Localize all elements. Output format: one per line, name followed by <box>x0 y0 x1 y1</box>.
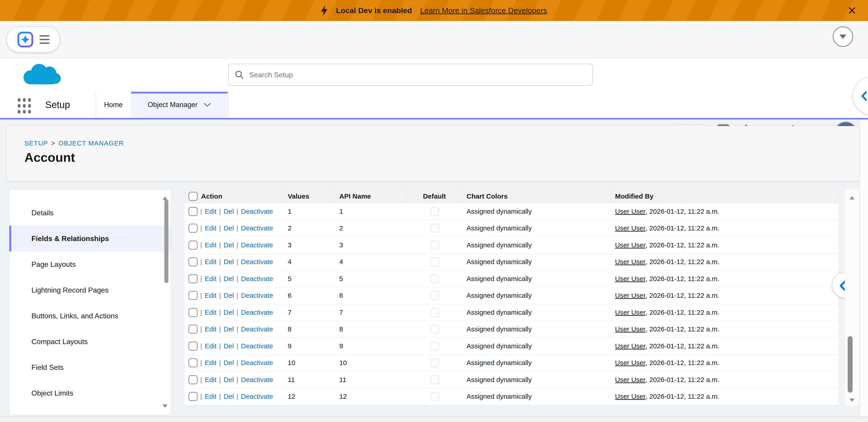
default-checkbox-disabled <box>430 342 439 350</box>
sidebar-item[interactable]: Lightning Record Pages <box>9 277 170 303</box>
modified-by-user-link[interactable]: User User <box>615 258 646 266</box>
scroll-up-icon[interactable] <box>849 196 855 199</box>
modified-by-user-link[interactable]: User User <box>615 292 646 299</box>
value-cell: 12 <box>283 388 335 405</box>
banner-learn-more-link[interactable]: Learn More in Salesforce Developers <box>420 6 547 15</box>
sidebar-item[interactable]: Field Sets <box>9 354 170 380</box>
row-checkbox[interactable] <box>188 240 197 250</box>
del-link[interactable]: Del <box>223 258 234 266</box>
extension-pill-button[interactable] <box>6 26 60 53</box>
sidebar-item[interactable]: Fields & Relationships <box>9 226 170 252</box>
del-link[interactable]: Del <box>223 207 234 215</box>
row-checkbox[interactable] <box>188 358 197 367</box>
edit-link[interactable]: Edit <box>205 207 217 215</box>
tab-object-manager[interactable]: Object Manager <box>131 92 228 118</box>
row-checkbox[interactable] <box>188 325 197 334</box>
del-link[interactable]: Del <box>223 359 234 367</box>
sidebar-item[interactable]: Details <box>9 200 170 226</box>
modified-by-cell: User User, 2026-01-12, 11:22 a.m. <box>611 220 839 237</box>
api-name-cell: 11 <box>335 371 407 388</box>
modified-by-user-link[interactable]: User User <box>615 224 646 232</box>
edit-link[interactable]: Edit <box>205 224 217 232</box>
deactivate-link[interactable]: Deactivate <box>241 325 273 333</box>
del-link[interactable]: Del <box>223 292 234 299</box>
deactivate-link[interactable]: Deactivate <box>241 393 273 400</box>
deactivate-link[interactable]: Deactivate <box>241 292 273 299</box>
modified-by-user-link[interactable]: User User <box>615 393 646 400</box>
edit-link[interactable]: Edit <box>205 292 217 299</box>
row-checkbox[interactable] <box>188 257 197 266</box>
del-link[interactable]: Del <box>223 393 234 400</box>
row-checkbox[interactable] <box>188 392 197 401</box>
deactivate-link[interactable]: Deactivate <box>241 241 273 249</box>
chart-colors-cell: Assigned dynamically <box>462 388 611 405</box>
edit-link[interactable]: Edit <box>205 342 217 350</box>
tab-home[interactable]: Home <box>96 92 131 118</box>
scroll-down-icon[interactable] <box>849 398 855 402</box>
del-link[interactable]: Del <box>223 241 234 249</box>
edit-link[interactable]: Edit <box>205 275 217 283</box>
edit-link[interactable]: Edit <box>205 325 217 333</box>
sidebar-item[interactable]: Page Layouts <box>9 252 170 277</box>
modified-by-user-link[interactable]: User User <box>615 376 646 384</box>
row-checkbox[interactable] <box>188 207 197 216</box>
table-scrollbar-thumb[interactable] <box>848 336 852 393</box>
del-link[interactable]: Del <box>223 224 234 232</box>
modified-by-user-link[interactable]: User User <box>615 325 646 333</box>
row-checkbox[interactable] <box>188 375 197 384</box>
edit-link[interactable]: Edit <box>205 393 217 400</box>
modified-by-user-link[interactable]: User User <box>615 207 646 215</box>
row-checkbox[interactable] <box>188 342 197 351</box>
value-cell: 5 <box>283 270 335 287</box>
link-separator: | <box>197 258 205 266</box>
row-checkbox[interactable] <box>188 224 197 233</box>
del-link[interactable]: Del <box>223 325 234 333</box>
table-body: | Edit | Del | Deactivate 1 1 Assigned d… <box>184 203 839 405</box>
horizontal-scrollbar-track[interactable] <box>0 417 868 422</box>
sidebar-item[interactable]: Object Limits <box>9 380 170 406</box>
deactivate-link[interactable]: Deactivate <box>241 207 273 215</box>
modified-by-user-link[interactable]: User User <box>615 342 646 350</box>
deactivate-link[interactable]: Deactivate <box>241 376 273 384</box>
deactivate-link[interactable]: Deactivate <box>241 359 273 367</box>
deactivate-link[interactable]: Deactivate <box>241 258 273 266</box>
modified-by-user-link[interactable]: User User <box>615 359 646 367</box>
del-link[interactable]: Del <box>223 376 234 384</box>
del-link[interactable]: Del <box>223 342 234 350</box>
sidebar-scrollbar-thumb[interactable] <box>164 199 168 283</box>
row-checkbox[interactable] <box>188 308 197 317</box>
deactivate-link[interactable]: Deactivate <box>241 224 273 232</box>
close-icon[interactable]: × <box>848 1 856 20</box>
breadcrumb-object-manager-link[interactable]: OBJECT MANAGER <box>59 140 124 147</box>
sidebar-scroll-down-icon[interactable] <box>162 408 167 412</box>
modified-by-user-link[interactable]: User User <box>615 241 646 249</box>
sidebar-item[interactable]: Buttons, Links, and Actions <box>9 303 170 329</box>
modified-by-user-link[interactable]: User User <box>615 309 646 316</box>
search-input[interactable] <box>249 71 586 79</box>
select-all-checkbox[interactable] <box>188 192 197 201</box>
edit-link[interactable]: Edit <box>205 359 217 367</box>
row-checkbox[interactable] <box>188 291 197 300</box>
modified-by-date: , 2026-01-12, 11:22 a.m. <box>646 258 719 266</box>
breadcrumb-setup-link[interactable]: SETUP <box>24 140 48 147</box>
table-row: | Edit | Del | Deactivate 3 3 Assigned d… <box>184 237 839 254</box>
deactivate-link[interactable]: Deactivate <box>241 309 273 316</box>
extension-dropdown-button[interactable] <box>833 26 853 47</box>
app-launcher-icon[interactable] <box>18 98 31 113</box>
sidebar-item-label: Record Types <box>31 415 76 416</box>
del-link[interactable]: Del <box>223 309 234 316</box>
edit-link[interactable]: Edit <box>205 309 217 316</box>
link-separator: | <box>197 325 205 333</box>
edit-link[interactable]: Edit <box>205 241 217 249</box>
sidebar-item[interactable]: Record Types <box>9 406 170 415</box>
deactivate-link[interactable]: Deactivate <box>241 275 273 283</box>
edit-link[interactable]: Edit <box>205 258 217 266</box>
deactivate-link[interactable]: Deactivate <box>241 342 273 350</box>
del-link[interactable]: Del <box>223 275 234 283</box>
sidebar-scroll-up-icon[interactable] <box>162 193 167 197</box>
sidebar-item[interactable]: Compact Layouts <box>9 329 170 354</box>
modified-by-user-link[interactable]: User User <box>615 275 646 283</box>
edit-link[interactable]: Edit <box>205 376 217 384</box>
column-label: Action <box>201 192 222 200</box>
row-checkbox[interactable] <box>188 274 197 283</box>
